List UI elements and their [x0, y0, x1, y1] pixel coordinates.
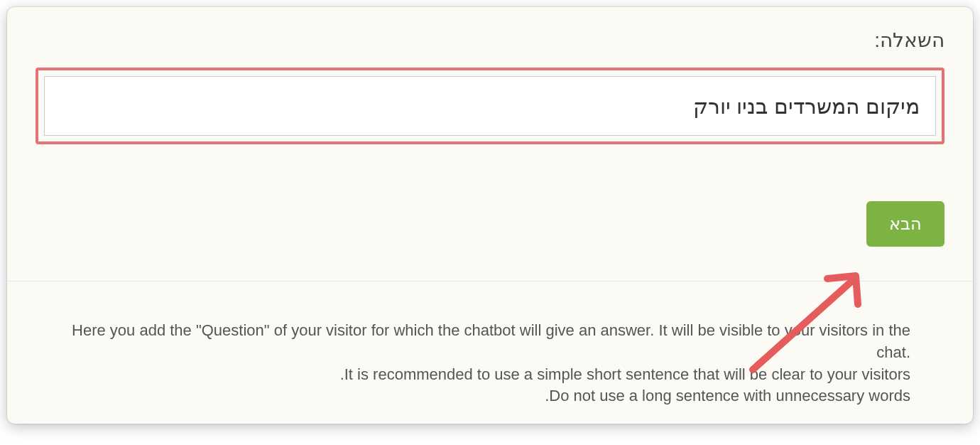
form-card: השאלה: הבא Here you add the "Question" o…	[7, 7, 973, 424]
button-row: הבא	[36, 201, 944, 247]
help-line-1: Here you add the "Question" of your visi…	[70, 320, 910, 364]
help-line-3: .Do not use a long sentence with unneces…	[70, 385, 910, 407]
help-line-2: .It is recommended to use a simple short…	[70, 364, 910, 386]
input-highlight-annotation	[36, 68, 944, 144]
question-label: השאלה:	[874, 29, 944, 51]
help-text: Here you add the "Question" of your visi…	[36, 320, 944, 407]
divider	[7, 281, 973, 282]
question-label-row: השאלה:	[36, 28, 944, 52]
next-button[interactable]: הבא	[866, 201, 944, 247]
question-input[interactable]	[44, 76, 936, 136]
